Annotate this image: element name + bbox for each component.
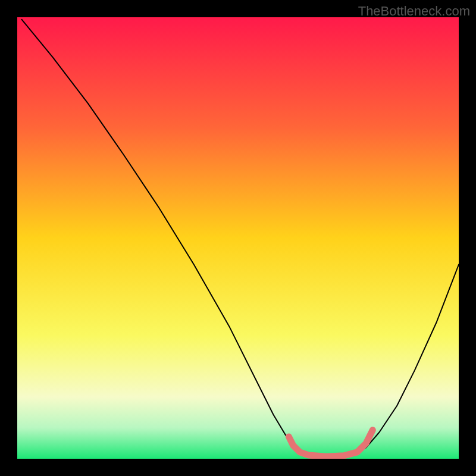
- chart-background: [17, 17, 459, 459]
- bottleneck-chart: [17, 17, 459, 459]
- watermark-text: TheBottleneck.com: [358, 4, 470, 19]
- chart-container: [17, 17, 459, 459]
